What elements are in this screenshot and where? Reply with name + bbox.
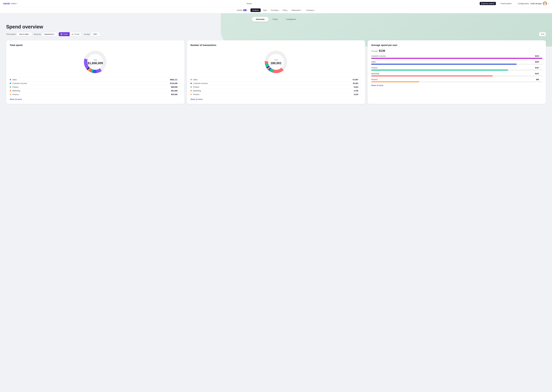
- time-period-arrow: ▾: [29, 34, 30, 35]
- group-by-arrow: ▾: [54, 34, 55, 35]
- user-area[interactable]: Kelly Morgan ▾: [530, 1, 549, 6]
- legend-more-btn[interactable]: ···: [179, 82, 181, 84]
- group-by-btn[interactable]: Department ▾: [43, 32, 57, 36]
- legend-dot: [10, 86, 11, 88]
- admin-dropdown-arrow[interactable]: ▾: [17, 3, 17, 5]
- legend-item: Finance $43,456 ···: [10, 92, 181, 96]
- tab-policy[interactable]: Policy: [269, 17, 282, 21]
- legend-dot: [190, 83, 192, 84]
- admin-label: Admin: [11, 3, 16, 5]
- group-by-label: Group by: [34, 33, 41, 35]
- overview-tabs: Overview Policy Compliance: [0, 13, 552, 21]
- user-dropdown-arrow[interactable]: ▾: [548, 3, 549, 5]
- transactions-card: Number of transactions: [187, 40, 365, 104]
- avg-more-btn[interactable]: ···: [540, 55, 542, 57]
- issuing-label: Issuing: [84, 33, 90, 35]
- currency-arrow: ▾: [98, 34, 98, 35]
- legend-item: Product 9,024 ···: [190, 85, 362, 89]
- totals-toggle[interactable]: Totals: [59, 32, 70, 36]
- legend-item: Marketing 4,780 ···: [190, 89, 362, 92]
- subnav-activity[interactable]: Activity 99+ ▾: [235, 8, 250, 12]
- total-spend-title: Total spend: [10, 44, 181, 47]
- transactions-show-more[interactable]: Show 12 more: [190, 98, 362, 100]
- logo: navan: [3, 2, 10, 5]
- subnav-purchase[interactable]: Purchase: [269, 8, 280, 12]
- avg-spend-card: Average spend per user Average $136 Cust…: [368, 40, 546, 104]
- user-avatar: [543, 1, 547, 6]
- avg-spend-show-more[interactable]: Show 12 more: [371, 84, 542, 86]
- sub-nav: Activity 99+ ▾ Analysis Trips Purchase P…: [0, 7, 552, 13]
- user-name: Kelly Morgan: [530, 2, 542, 5]
- view-toggle: Totals Trends: [59, 32, 81, 36]
- avg-more-btn[interactable]: ···: [540, 61, 542, 63]
- legend-more-btn[interactable]: ···: [359, 79, 362, 81]
- activity-badge: 99+: [243, 9, 247, 11]
- total-spend-card: Total spend T: [6, 40, 184, 104]
- subnav-company[interactable]: Company ▾: [304, 8, 317, 12]
- nav-home[interactable]: Home: [22, 2, 477, 5]
- time-period-label: Time period: [6, 33, 15, 35]
- subnav-policy[interactable]: Policy: [281, 8, 289, 12]
- trends-toggle[interactable]: Trends: [70, 32, 81, 36]
- totals-icon: [61, 33, 62, 35]
- content-area: Overview Policy Compliance Spend overvie…: [0, 13, 552, 392]
- legend-more-btn[interactable]: ···: [179, 79, 181, 81]
- legend-item: Finance 4,219 ···: [190, 92, 362, 96]
- filters-bar: Time period Year to date ▾ Group by Depa…: [6, 32, 546, 36]
- bar-track: [371, 64, 542, 65]
- top-nav: navan Admin ▾ Home Expense admin Travel …: [0, 0, 552, 7]
- subnav-analysis[interactable]: Analysis: [250, 8, 261, 12]
- legend-more-btn[interactable]: ···: [359, 90, 362, 92]
- legend-item: Sales 67,987 ···: [190, 78, 362, 81]
- avg-more-btn[interactable]: ···: [540, 73, 542, 75]
- bar-fill: [371, 64, 517, 65]
- statements-arrow: ▾: [301, 9, 302, 11]
- svg-point-1: [544, 2, 546, 4]
- currency-btn[interactable]: USD ▾: [91, 32, 100, 36]
- page-header: Spend overview Time period Year to date …: [0, 21, 552, 36]
- legend-dot: [10, 83, 11, 84]
- subnav-trips[interactable]: Trips: [261, 8, 269, 12]
- legend-dot: [190, 79, 192, 80]
- legend-more-btn[interactable]: ···: [359, 86, 362, 88]
- tab-overview[interactable]: Overview: [252, 17, 269, 21]
- filter-button[interactable]: ▾: [539, 32, 546, 36]
- transactions-legend: Sales 67,987 ··· Customer success 30,453…: [190, 78, 362, 96]
- total-spend-show-more[interactable]: Show 12 more: [10, 98, 181, 100]
- transactions-center: Total 180,001: [270, 59, 282, 65]
- legend-more-btn[interactable]: ···: [359, 82, 362, 84]
- legend-item: Product $98,098 ···: [10, 85, 181, 89]
- avg-spend-title: Average spend per user: [371, 44, 542, 47]
- nav-travel-admin[interactable]: Travel admin: [499, 2, 513, 5]
- filter-dropdown-arrow: ▾: [543, 33, 544, 35]
- nav-expense-admin[interactable]: Expense admin: [480, 2, 496, 5]
- legend-item: Marketing $51,908 ···: [10, 89, 181, 92]
- trends-icon: [72, 33, 73, 35]
- page-title: Spend overview: [6, 24, 546, 30]
- bar-track: [371, 81, 542, 82]
- svg-rect-6: [73, 34, 73, 35]
- legend-more-btn[interactable]: ···: [179, 93, 181, 95]
- avg-row: Marketing $167 ···: [371, 73, 542, 77]
- nav-configuration[interactable]: Configuration: [516, 2, 530, 5]
- bar-track: [371, 58, 542, 59]
- time-period-btn[interactable]: Year to date ▾: [17, 32, 32, 36]
- legend-more-btn[interactable]: ···: [179, 90, 181, 92]
- avg-row: Customer success $234 ···: [371, 55, 542, 59]
- avg-more-btn[interactable]: ···: [540, 67, 542, 69]
- subnav-statements[interactable]: Statements ▾: [290, 8, 304, 12]
- legend-dot: [10, 94, 11, 95]
- company-arrow: ▾: [315, 9, 315, 11]
- avg-row: Sales $200 ···: [371, 61, 542, 65]
- legend-item: Sales $682,111 ···: [10, 78, 181, 81]
- legend-dot: [190, 86, 192, 88]
- avg-header: Average $136: [371, 49, 542, 52]
- legend-item: Customer success $134,206 ···: [10, 81, 181, 85]
- cards-row: Total spend T: [0, 40, 552, 109]
- tab-compliance[interactable]: Compliance: [282, 17, 300, 21]
- bar-track: [371, 75, 542, 77]
- legend-more-btn[interactable]: ···: [359, 93, 362, 95]
- legend-more-btn[interactable]: ···: [179, 86, 181, 88]
- bar-fill: [371, 81, 419, 82]
- avg-more-btn[interactable]: ···: [540, 78, 542, 81]
